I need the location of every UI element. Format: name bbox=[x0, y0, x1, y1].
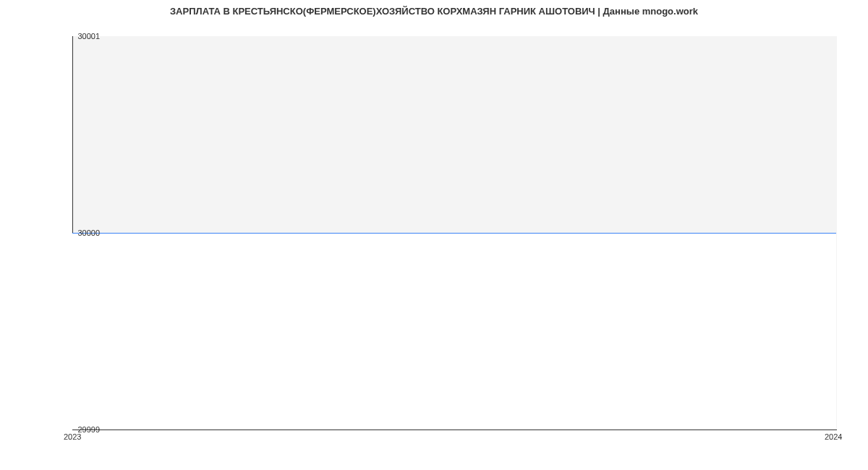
chart-area bbox=[72, 36, 836, 430]
y-tick-mid: 30000 bbox=[77, 228, 100, 237]
y-tick-top: 30001 bbox=[77, 32, 100, 40]
data-line bbox=[72, 233, 836, 234]
chart-title: ЗАРПЛАТА В КРЕСТЬЯНСКО(ФЕРМЕРСКОЕ)ХОЗЯЙС… bbox=[0, 6, 868, 17]
x-tick-right: 2024 bbox=[825, 432, 842, 441]
x-tick-left: 2023 bbox=[64, 432, 81, 441]
gridline-lower-band bbox=[72, 233, 836, 430]
